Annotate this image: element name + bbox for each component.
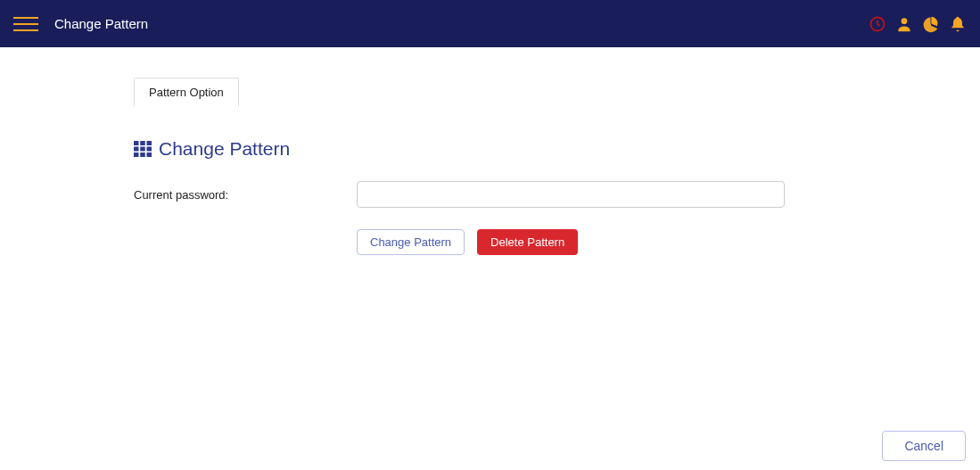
hamburger-icon[interactable]	[13, 13, 38, 35]
section-title: Change Pattern	[159, 138, 290, 160]
cancel-button[interactable]: Cancel	[882, 431, 966, 461]
footer-actions: Cancel	[882, 431, 966, 461]
svg-rect-8	[134, 153, 139, 157]
button-row: Change Pattern Delete Pattern	[357, 229, 846, 255]
app-header: Change Pattern	[0, 0, 980, 47]
delete-pattern-button[interactable]: Delete Pattern	[477, 229, 578, 255]
main-content: Pattern Option Change Pattern Current pa…	[0, 47, 980, 255]
user-icon[interactable]	[895, 15, 913, 33]
change-pattern-button[interactable]: Change Pattern	[357, 229, 465, 255]
bell-icon[interactable]	[949, 15, 967, 33]
page-title: Change Pattern	[54, 16, 148, 31]
current-password-input[interactable]	[357, 181, 785, 208]
form-row-current-password: Current password:	[134, 181, 846, 208]
svg-rect-3	[140, 141, 145, 145]
svg-rect-9	[140, 153, 145, 157]
header-right	[869, 15, 967, 33]
header-left: Change Pattern	[13, 13, 148, 35]
tab-pattern-option[interactable]: Pattern Option	[134, 78, 239, 106]
pie-chart-icon[interactable]	[922, 15, 940, 33]
svg-rect-4	[147, 141, 152, 145]
clock-icon[interactable]	[869, 15, 886, 33]
tab-bar: Pattern Option	[134, 78, 846, 106]
current-password-label: Current password:	[134, 188, 357, 202]
svg-rect-2	[134, 141, 139, 145]
svg-rect-7	[147, 147, 152, 152]
svg-rect-5	[134, 147, 139, 152]
svg-rect-6	[140, 147, 145, 152]
section-header: Change Pattern	[134, 138, 846, 160]
svg-point-1	[902, 18, 908, 24]
svg-rect-10	[147, 153, 152, 157]
grid-icon	[134, 141, 152, 157]
